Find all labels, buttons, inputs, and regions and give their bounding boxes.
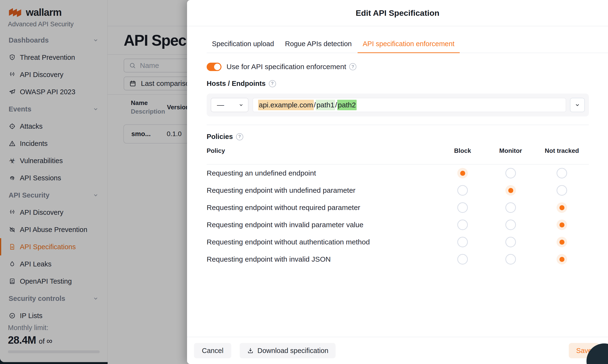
download-label: Download specification bbox=[257, 347, 328, 355]
endpoint-path2: path2 bbox=[337, 100, 357, 110]
radio-block[interactable] bbox=[457, 254, 468, 264]
app-screen: API Spec Name Last comparison Name Descr… bbox=[0, 0, 608, 364]
policies-heading: Policies bbox=[207, 133, 233, 141]
modal-header: Edit API Specification bbox=[187, 0, 608, 26]
host-method-select[interactable]: — bbox=[211, 98, 248, 112]
policy-label: Requesting endpoint with undefined param… bbox=[207, 186, 439, 195]
modal-footer: Cancel Download specification Save bbox=[187, 337, 608, 364]
help-icon[interactable]: ? bbox=[349, 63, 356, 70]
chevron-down-icon bbox=[574, 102, 580, 108]
column-policy: Policy bbox=[207, 147, 439, 155]
policy-row: Requesting endpoint with invalid JSON bbox=[207, 251, 589, 268]
radio-not-tracked[interactable] bbox=[556, 254, 567, 264]
radio-block[interactable] bbox=[457, 185, 468, 196]
radio-not-tracked[interactable] bbox=[556, 168, 567, 178]
radio-monitor[interactable] bbox=[505, 220, 516, 230]
column-not-tracked: Not tracked bbox=[535, 147, 589, 155]
radio-not-tracked[interactable] bbox=[556, 220, 567, 230]
download-icon bbox=[247, 347, 254, 354]
policy-row: Requesting endpoint with invalid paramet… bbox=[207, 216, 589, 234]
cancel-button[interactable]: Cancel bbox=[194, 343, 231, 358]
toggle-knob bbox=[214, 64, 220, 70]
tab-specification-upload[interactable]: Specification upload bbox=[207, 36, 279, 53]
policies-table-header: Policy Block Monitor Not tracked bbox=[207, 141, 589, 165]
host-method-value: — bbox=[217, 101, 238, 109]
endpoint-host: api.example.com bbox=[258, 100, 314, 110]
radio-block[interactable] bbox=[457, 168, 468, 178]
download-specification-button[interactable]: Download specification bbox=[240, 343, 336, 358]
policy-label: Requesting endpoint with invalid paramet… bbox=[207, 221, 439, 229]
endpoint-separator: / bbox=[335, 101, 337, 109]
radio-not-tracked[interactable] bbox=[556, 202, 567, 213]
policy-row: Requesting endpoint without authenticati… bbox=[207, 234, 589, 251]
policy-row: Requesting an undefined endpoint bbox=[207, 165, 589, 182]
modal-tabs: Specification upload Rogue APIs detectio… bbox=[207, 26, 608, 53]
policy-label: Requesting an undefined endpoint bbox=[207, 169, 439, 177]
chevron-down-icon bbox=[238, 102, 244, 108]
radio-monitor[interactable] bbox=[505, 168, 516, 178]
radio-block[interactable] bbox=[457, 237, 468, 247]
enforcement-toggle[interactable] bbox=[207, 63, 221, 71]
endpoint-input[interactable]: api.example.com/path1/path2 bbox=[253, 98, 566, 112]
modal-title: Edit API Specification bbox=[187, 0, 608, 26]
radio-block[interactable] bbox=[457, 202, 468, 213]
column-monitor: Monitor bbox=[487, 147, 535, 155]
enforcement-toggle-label: Use for API specification enforcement bbox=[227, 63, 346, 71]
tab-api-specification-enforcement[interactable]: API specification enforcement bbox=[358, 36, 460, 53]
edit-api-specification-modal: Edit API Specification Specification upl… bbox=[187, 0, 608, 364]
hosts-endpoints-heading: Hosts / Endpoints bbox=[207, 80, 266, 88]
divider bbox=[207, 125, 589, 125]
expand-endpoint-button[interactable] bbox=[570, 98, 585, 112]
help-icon[interactable]: ? bbox=[236, 133, 243, 140]
policy-label: Requesting endpoint with invalid JSON bbox=[207, 255, 439, 263]
hosts-row: — api.example.com/path1/path2 bbox=[207, 93, 589, 117]
help-icon[interactable]: ? bbox=[269, 80, 276, 87]
endpoint-path1: path1 bbox=[316, 100, 335, 110]
radio-monitor[interactable] bbox=[505, 185, 516, 196]
policies-table: Policy Block Monitor Not tracked Request… bbox=[207, 141, 589, 268]
policy-label: Requesting endpoint without required par… bbox=[207, 204, 439, 212]
endpoint-separator: / bbox=[314, 101, 316, 109]
radio-block[interactable] bbox=[457, 220, 468, 230]
modal-body: Use for API specification enforcement ? … bbox=[187, 53, 608, 337]
radio-monitor[interactable] bbox=[505, 254, 516, 264]
radio-monitor[interactable] bbox=[505, 237, 516, 247]
radio-not-tracked[interactable] bbox=[556, 185, 567, 196]
policy-row: Requesting endpoint with undefined param… bbox=[207, 182, 589, 199]
radio-monitor[interactable] bbox=[505, 202, 516, 213]
tab-rogue-apis-detection[interactable]: Rogue APIs detection bbox=[280, 36, 357, 53]
policy-row: Requesting endpoint without required par… bbox=[207, 199, 589, 216]
column-block: Block bbox=[439, 147, 487, 155]
policy-label: Requesting endpoint without authenticati… bbox=[207, 238, 439, 246]
radio-not-tracked[interactable] bbox=[556, 237, 567, 247]
